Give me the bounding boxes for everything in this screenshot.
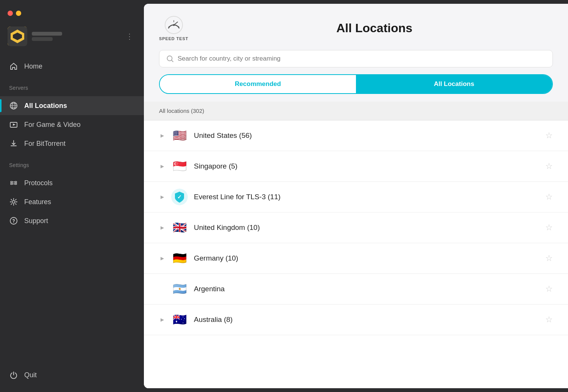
minimize-button[interactable] <box>16 11 21 16</box>
list-item[interactable]: ▶🇸🇬Singapore (5)☆ <box>144 151 568 182</box>
favorite-star-icon[interactable]: ☆ <box>545 131 553 141</box>
protocols-icon <box>9 178 18 187</box>
location-name: Germany (10) <box>194 254 539 262</box>
profile-info <box>32 32 62 41</box>
search-bar <box>159 50 553 67</box>
speed-test-label: SPEED TEST <box>159 36 188 41</box>
search-input[interactable] <box>178 55 546 62</box>
game-video-label: For Game & Video <box>24 121 81 129</box>
flag-icon: 🇦🇷 <box>171 281 188 297</box>
location-name: Everest Line for TLS-3 (11) <box>194 193 539 201</box>
svg-text:✓: ✓ <box>177 194 182 200</box>
favorite-star-icon[interactable]: ☆ <box>545 284 553 294</box>
location-items-container: ▶🇺🇸United States (56)☆▶🇸🇬Singapore (5)☆▶… <box>144 120 568 335</box>
main-header: SPEED TEST All Locations Recommended All… <box>144 4 568 102</box>
header-top: SPEED TEST All Locations <box>159 15 553 41</box>
nav-servers: All Locations For Game & Video For BitTo… <box>0 93 144 156</box>
svg-rect-13 <box>15 183 17 184</box>
home-icon <box>9 62 18 71</box>
profile-sub-bar <box>32 37 53 41</box>
profile-name-bar <box>32 32 62 36</box>
location-name: Australia (8) <box>194 315 539 324</box>
favorite-star-icon[interactable]: ☆ <box>545 315 553 325</box>
globe-icon <box>9 101 18 110</box>
main-content: SPEED TEST All Locations Recommended All… <box>144 4 568 388</box>
flag-icon: 🇸🇬 <box>171 158 188 175</box>
flag-icon: 🇦🇺 <box>171 311 188 328</box>
svg-point-17 <box>10 217 17 224</box>
svg-marker-9 <box>13 123 16 126</box>
favorite-star-icon[interactable]: ☆ <box>545 223 553 233</box>
features-label: Features <box>24 198 51 206</box>
sidebar-item-quit[interactable]: Quit <box>0 365 144 384</box>
list-header: All locations (302) <box>144 102 568 120</box>
protocols-label: Protocols <box>24 179 53 187</box>
list-item[interactable]: 🇦🇷Argentina☆ <box>144 274 568 305</box>
profile-area: ⋮ <box>0 23 144 54</box>
sidebar-item-bittorrent[interactable]: For BitTorrent <box>0 134 144 153</box>
quit-label: Quit <box>24 371 37 379</box>
expand-arrow-icon[interactable]: ▶ <box>159 225 165 230</box>
menu-dots[interactable]: ⋮ <box>123 30 136 42</box>
location-name: Singapore (5) <box>194 162 539 170</box>
servers-section-label: Servers <box>0 79 144 93</box>
home-label: Home <box>24 62 42 70</box>
location-tabs: Recommended All Locations <box>159 74 553 94</box>
bittorrent-icon <box>9 139 18 148</box>
sidebar-item-all-locations[interactable]: All Locations <box>0 96 144 115</box>
support-icon <box>9 216 18 225</box>
game-video-icon <box>9 120 18 129</box>
sidebar-item-protocols[interactable]: Protocols <box>0 173 144 192</box>
close-button[interactable] <box>8 11 13 16</box>
features-icon <box>9 197 18 206</box>
svg-point-18 <box>13 222 14 223</box>
location-list: All locations (302) ▶🇺🇸United States (56… <box>144 102 568 388</box>
sidebar-item-support[interactable]: Support <box>0 211 144 230</box>
favorite-star-icon[interactable]: ☆ <box>545 192 553 202</box>
search-icon <box>166 55 174 62</box>
svg-line-26 <box>172 60 173 62</box>
location-name: United Kingdom (10) <box>194 223 539 232</box>
list-item[interactable]: ▶🇺🇸United States (56)☆ <box>144 120 568 151</box>
nav-settings: Protocols Features Support <box>0 170 144 233</box>
avatar <box>8 27 27 46</box>
flag-icon: ✓ <box>171 189 188 205</box>
list-item[interactable]: ▶🇩🇪Germany (10)☆ <box>144 243 568 274</box>
tab-recommended[interactable]: Recommended <box>160 75 356 93</box>
expand-arrow-icon[interactable]: ▶ <box>159 317 165 322</box>
favorite-star-icon[interactable]: ☆ <box>545 161 553 171</box>
svg-point-21 <box>173 24 175 26</box>
svg-point-16 <box>12 201 15 203</box>
flag-icon: 🇩🇪 <box>171 250 188 267</box>
all-locations-label: All Locations <box>24 102 67 110</box>
page-title: All Locations <box>196 21 553 35</box>
list-item[interactable]: ▶🇬🇧United Kingdom (10)☆ <box>144 212 568 243</box>
titlebar <box>0 0 144 23</box>
power-icon <box>9 370 18 380</box>
expand-arrow-icon[interactable]: ▶ <box>159 194 165 200</box>
nav-main: Home <box>0 54 144 79</box>
location-name: Argentina <box>194 285 539 293</box>
support-label: Support <box>24 217 48 225</box>
location-name: United States (56) <box>194 131 539 140</box>
list-item[interactable]: ▶ ✓ Everest Line for TLS-3 (11)☆ <box>144 182 568 212</box>
sidebar-item-features[interactable]: Features <box>0 192 144 211</box>
tab-all-locations[interactable]: All Locations <box>356 75 552 93</box>
svg-rect-10 <box>11 181 12 183</box>
flag-icon: 🇺🇸 <box>171 127 188 144</box>
sidebar: ⋮ Home Servers All Loca <box>0 0 144 392</box>
expand-arrow-icon[interactable]: ▶ <box>159 164 165 169</box>
favorite-star-icon[interactable]: ☆ <box>545 253 553 263</box>
bittorrent-label: For BitTorrent <box>24 140 66 148</box>
sidebar-item-home[interactable]: Home <box>0 57 144 76</box>
sidebar-bottom: Quit <box>0 365 144 392</box>
svg-rect-12 <box>15 181 17 183</box>
expand-arrow-icon[interactable]: ▶ <box>159 256 165 261</box>
svg-rect-11 <box>11 183 12 184</box>
expand-arrow-icon[interactable]: ▶ <box>159 133 165 138</box>
sidebar-item-game-video[interactable]: For Game & Video <box>0 115 144 134</box>
settings-section-label: Settings <box>0 156 144 170</box>
list-item[interactable]: ▶🇦🇺Australia (8)☆ <box>144 305 568 335</box>
speed-test-widget[interactable]: SPEED TEST <box>159 15 188 41</box>
flag-icon: 🇬🇧 <box>171 219 188 236</box>
